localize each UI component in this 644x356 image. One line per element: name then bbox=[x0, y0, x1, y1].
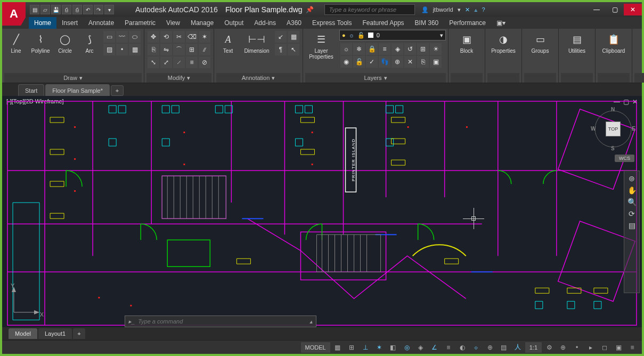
pin-icon[interactable]: 📌 bbox=[306, 6, 314, 13]
close-button[interactable]: ✕ bbox=[624, 4, 642, 15]
qat-undo-icon[interactable]: ↶ bbox=[83, 5, 93, 14]
block-button[interactable]: ▣Block bbox=[451, 30, 483, 54]
polar-toggle-icon[interactable]: ✶ bbox=[373, 342, 386, 353]
groups-button[interactable]: ▭Groups bbox=[524, 30, 556, 54]
units-icon[interactable]: • bbox=[570, 342, 583, 353]
circle-button[interactable]: ◯Circle bbox=[53, 30, 77, 54]
qat-dropdown-icon[interactable]: ▾ bbox=[104, 5, 114, 14]
layer-properties-button[interactable]: ☰Layer Properties bbox=[305, 30, 337, 60]
dyn-input-icon[interactable]: ⊕ bbox=[484, 342, 496, 353]
tab-performance[interactable]: Performance bbox=[444, 17, 491, 29]
explode-icon[interactable]: ✶ bbox=[199, 31, 210, 43]
polyline-button[interactable]: ⌇Polyline bbox=[29, 30, 52, 54]
rotate-icon[interactable]: ⟲ bbox=[160, 31, 172, 43]
panel-annotation-label[interactable]: Annotation▾ bbox=[216, 73, 300, 83]
fillet-icon[interactable]: ⌒ bbox=[173, 44, 185, 55]
tab-output[interactable]: Output bbox=[219, 17, 249, 29]
qat-saveas-icon[interactable]: ⎙ bbox=[62, 5, 71, 14]
layer-cur-icon[interactable]: ✓ bbox=[366, 56, 378, 68]
quick-props-icon[interactable]: ▤ bbox=[498, 342, 510, 353]
viewcube-top-face[interactable]: TOP bbox=[606, 122, 621, 136]
layer-state-icon[interactable]: ⊞ bbox=[417, 43, 429, 55]
layer-off-icon[interactable]: ☼ bbox=[340, 43, 352, 55]
zoom-extents-icon[interactable]: 🔍 bbox=[627, 198, 637, 206]
multileader-icon[interactable]: ↖ bbox=[288, 44, 299, 55]
erase-icon[interactable]: ⌫ bbox=[186, 31, 198, 43]
search-box[interactable] bbox=[324, 4, 415, 15]
qat-print-icon[interactable]: ⎙ bbox=[72, 5, 82, 14]
panel-layers-label[interactable]: Layers▾ bbox=[305, 73, 446, 83]
3dosnap-icon[interactable]: ◈ bbox=[414, 342, 427, 353]
layer-match-icon[interactable]: ≡ bbox=[379, 43, 390, 55]
tab-insert[interactable]: Insert bbox=[56, 17, 83, 29]
clipboard-button[interactable]: 📋Clipboard bbox=[598, 30, 630, 54]
spline-icon[interactable]: 〰 bbox=[116, 31, 128, 43]
layout-tab-layout1[interactable]: Layout1 bbox=[38, 328, 72, 339]
layer-unlock-icon[interactable]: 🔓 bbox=[353, 56, 365, 68]
tab-featured[interactable]: Featured Apps bbox=[357, 17, 410, 29]
leader-icon[interactable]: ↙ bbox=[275, 31, 287, 43]
search-input[interactable] bbox=[329, 6, 410, 13]
isodraft-icon[interactable]: ◧ bbox=[387, 342, 400, 353]
status-model-button[interactable]: MODEL bbox=[301, 342, 330, 353]
layer-merge-icon[interactable]: ⊕ bbox=[392, 56, 403, 68]
layer-walk-icon[interactable]: 👣 bbox=[379, 56, 390, 68]
copy-icon[interactable]: ⎘ bbox=[148, 44, 159, 55]
exchange-x-icon[interactable]: ✕ bbox=[465, 6, 470, 13]
grid-toggle-icon[interactable]: ▦ bbox=[331, 342, 344, 353]
tab-expresstools[interactable]: Express Tools bbox=[307, 17, 357, 29]
qat-open-icon[interactable]: ▱ bbox=[40, 5, 50, 14]
clean-screen-icon[interactable]: ▣ bbox=[612, 342, 625, 353]
command-input[interactable] bbox=[138, 318, 306, 325]
layer-on-icon[interactable]: ◉ bbox=[340, 56, 352, 68]
ellipse-icon[interactable]: ⬭ bbox=[129, 31, 141, 43]
properties-button[interactable]: ◑Properties bbox=[487, 30, 519, 54]
qat-new-icon[interactable]: ▤ bbox=[30, 5, 39, 14]
tab-view[interactable]: View bbox=[161, 17, 185, 29]
lineweight-icon[interactable]: ≡ bbox=[442, 342, 455, 353]
command-line[interactable]: ▸_ ▴ bbox=[125, 315, 316, 327]
layout-tab-model[interactable]: Model bbox=[9, 328, 37, 339]
table-icon[interactable]: ▦ bbox=[288, 31, 299, 43]
workspace-icon[interactable]: ⚙ bbox=[543, 342, 556, 353]
otrack-icon[interactable]: ∠ bbox=[428, 342, 441, 353]
array-icon[interactable]: ⊞ bbox=[186, 44, 198, 55]
tab-focus-icon[interactable]: ▣▾ bbox=[491, 17, 511, 29]
tab-home[interactable]: Home bbox=[29, 17, 56, 29]
restore-button[interactable]: ▢ bbox=[606, 4, 624, 15]
pan-icon[interactable]: ✋ bbox=[627, 186, 637, 195]
user-name[interactable]: jtbworld bbox=[433, 6, 453, 13]
layer-del-icon[interactable]: ✕ bbox=[404, 56, 416, 68]
ortho-toggle-icon[interactable]: ⊥ bbox=[359, 342, 372, 353]
drawing-canvas[interactable]: [-][Top][2D Wireframe] — ▢ ✕ bbox=[2, 96, 642, 340]
qat-redo-icon[interactable]: ↷ bbox=[94, 5, 103, 14]
view-button[interactable]: ▭View bbox=[634, 30, 644, 54]
break-icon[interactable]: ⊘ bbox=[199, 56, 210, 68]
stretch-icon[interactable]: ⤡ bbox=[148, 56, 159, 68]
layer-prev-icon[interactable]: ↺ bbox=[404, 43, 416, 55]
trim-icon[interactable]: ✂ bbox=[173, 31, 185, 43]
tab-addins[interactable]: Add-ins bbox=[249, 17, 281, 29]
panel-modify-label[interactable]: Modify▾ bbox=[146, 73, 211, 83]
mirror-icon[interactable]: ⇋ bbox=[160, 44, 172, 55]
help-icon[interactable]: ? bbox=[482, 6, 485, 13]
layer-combo[interactable]: ● ☼ 🔓 0 ▾ bbox=[339, 30, 446, 41]
viewcube[interactable]: N S E W TOP bbox=[592, 108, 634, 150]
scale-icon[interactable]: ⤢ bbox=[160, 56, 172, 68]
file-tab-start[interactable]: Start bbox=[18, 84, 44, 96]
text-button[interactable]: AText bbox=[216, 30, 240, 54]
panel-draw-label[interactable]: Draw▾ bbox=[4, 73, 142, 83]
layer-thaw-icon[interactable]: ☀ bbox=[430, 43, 442, 55]
orbit-icon[interactable]: ⟳ bbox=[629, 209, 635, 218]
annoscale-icon[interactable]: 人 bbox=[511, 342, 524, 353]
tab-bim360[interactable]: BIM 360 bbox=[410, 17, 444, 29]
anno-scale-value[interactable]: 1:1 bbox=[525, 342, 542, 353]
snap-toggle-icon[interactable]: ⊞ bbox=[345, 342, 358, 353]
point-icon[interactable]: • bbox=[116, 44, 128, 55]
annotation-monitor-icon[interactable]: ⊕ bbox=[557, 342, 569, 353]
file-tab-add-button[interactable]: + bbox=[111, 85, 124, 96]
region-icon[interactable]: ▦ bbox=[129, 44, 141, 55]
mtext-icon[interactable]: ¶ bbox=[275, 44, 287, 55]
chamfer-icon[interactable]: ⟋ bbox=[173, 56, 185, 68]
showmotion-icon[interactable]: ▤ bbox=[629, 221, 635, 230]
